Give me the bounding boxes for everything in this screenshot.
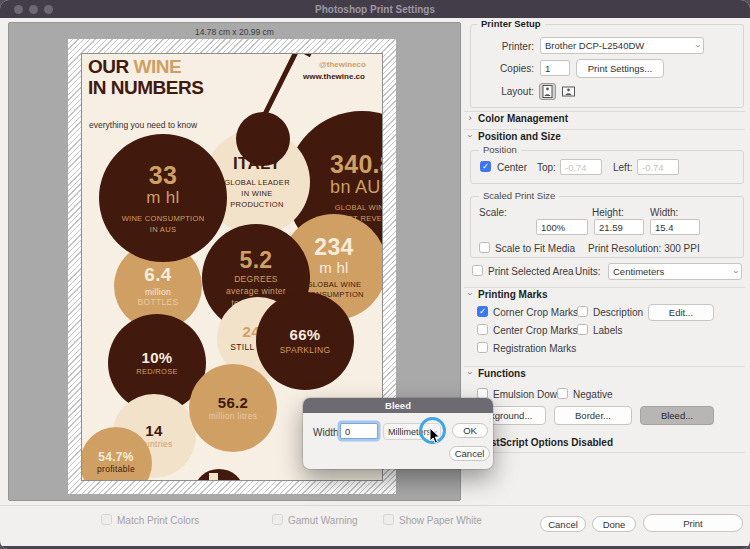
units-select[interactable]: Centimeters› [608, 263, 742, 280]
divider [464, 452, 745, 453]
emulsion-down-label: Emulsion Down [493, 389, 562, 400]
copies-input[interactable] [540, 60, 570, 76]
cancel-button[interactable]: Cancel [540, 516, 586, 532]
chevron-right-icon: › [466, 113, 474, 123]
divider [464, 287, 745, 288]
center-label: Center [497, 162, 527, 173]
left-input [637, 159, 679, 175]
corner-crop-marks-checkbox[interactable]: ✓ [477, 306, 488, 317]
section-color-management[interactable]: Color Management [478, 113, 568, 124]
show-paper-white-label: Show Paper White [399, 515, 482, 526]
section-position-and-size[interactable]: Position and Size [478, 131, 561, 142]
infographic-circle-consumption-aus: 33m hlWINE CONSUMPTIONIN AUS [99, 134, 227, 262]
gamut-warning-checkbox[interactable] [272, 514, 283, 525]
mouse-cursor-icon [429, 428, 441, 444]
bleed-dialog-title: Bleed [385, 400, 411, 411]
scaled-print-size-label: Scaled Print Size [479, 190, 559, 201]
portrait-page-icon [542, 85, 553, 98]
registration-marks-label: Registration Marks [493, 343, 576, 354]
position-group-label: Position [479, 144, 521, 155]
scale-to-fit-media-checkbox[interactable] [479, 242, 490, 253]
minimize-window-icon[interactable] [29, 5, 38, 14]
bleed-width-input[interactable] [340, 423, 378, 439]
chevron-down-icon: › [465, 132, 475, 140]
zoom-window-icon[interactable] [44, 5, 53, 14]
layout-landscape-button[interactable] [560, 83, 577, 100]
poster-social-handle: @thewineco [319, 60, 366, 69]
print-resolution-label: Print Resolution: 300 PPI [588, 243, 700, 254]
section-printing-marks[interactable]: Printing Marks [478, 289, 547, 300]
layout-portrait-button[interactable] [539, 83, 556, 100]
scale-label: Scale: [479, 207, 507, 218]
height-input[interactable] [594, 219, 644, 235]
labels-checkbox[interactable] [577, 324, 588, 335]
description-label: Description [593, 307, 643, 318]
postscript-options-label: PostScript Options Disabled [478, 437, 613, 448]
gamut-warning-label: Gamut Warning [288, 515, 358, 526]
bleed-button[interactable]: Bleed... [640, 406, 714, 425]
printer-setup-title: Printer Setup [477, 18, 545, 29]
edit-button[interactable]: Edit... [648, 304, 714, 321]
top-input [560, 159, 602, 175]
chevron-down-icon: › [731, 270, 741, 273]
landscape-page-icon [562, 86, 575, 97]
window-title: Photoshop Print Settings [0, 4, 750, 15]
print-selected-area-checkbox[interactable] [472, 265, 483, 276]
registration-marks-checkbox[interactable] [477, 342, 488, 353]
infographic-circle-million-litres: 56.2million litres [189, 364, 277, 452]
chevron-down-icon: › [465, 369, 475, 377]
footer-divider [0, 505, 750, 506]
infographic-circle-sparkling: 66%SPARKLING [256, 292, 354, 390]
print-selected-area-label: Print Selected Area [488, 266, 574, 277]
paper-size-label: 14.78 cm x 20.99 cm [9, 27, 460, 37]
printer-select[interactable]: Brother DCP-L2540DW› [540, 37, 704, 54]
show-paper-white-checkbox[interactable] [383, 514, 394, 525]
bleed-dialog-titlebar: Bleed [303, 398, 493, 413]
scale-input[interactable] [536, 219, 588, 235]
top-label: Top: [537, 162, 556, 173]
height-label: Height: [592, 207, 624, 218]
close-window-icon[interactable] [14, 5, 23, 14]
left-label: Left: [613, 162, 632, 173]
width-label: Width: [650, 207, 678, 218]
section-functions[interactable]: Functions [478, 368, 526, 379]
labels-label: Labels [593, 325, 622, 336]
divider [464, 129, 745, 130]
center-checkbox[interactable]: ✓ [480, 161, 491, 172]
center-crop-marks-label: Center Crop Marks [493, 325, 577, 336]
print-settings-button[interactable]: Print Settings... [576, 59, 664, 78]
bleed-dialog: Bleed Width: Millimeters› OK Cancel [303, 398, 493, 469]
divider [464, 366, 745, 367]
photoshop-print-settings-window: Photoshop Print Settings 14.78 cm x 20.9… [0, 0, 750, 549]
border-button[interactable]: Border... [554, 406, 632, 425]
corner-crop-marks-label: Corner Crop Marks [493, 307, 578, 318]
chevron-down-icon: › [693, 44, 703, 47]
chevron-down-icon: › [465, 290, 475, 298]
poster-title: OUR WINE IN NUMBERS [88, 56, 203, 98]
printer-label: Printer: [476, 41, 534, 52]
print-button[interactable]: Print [643, 514, 743, 532]
bleed-cancel-button[interactable]: Cancel [449, 446, 490, 461]
bleed-ok-button[interactable]: OK [452, 423, 488, 438]
center-crop-marks-checkbox[interactable] [477, 324, 488, 335]
poster-website: www.thewine.co [303, 72, 365, 81]
negative-label: Negative [573, 389, 612, 400]
copies-label: Copies: [476, 63, 534, 74]
units-label: Units: [575, 266, 601, 277]
layout-label: Layout: [476, 86, 534, 97]
description-checkbox[interactable] [577, 306, 588, 317]
scale-to-fit-media-label: Scale to Fit Media [495, 243, 575, 254]
done-button[interactable]: Done [592, 516, 636, 532]
match-print-colors-checkbox[interactable] [101, 514, 112, 525]
divider [464, 111, 745, 112]
negative-checkbox[interactable] [557, 388, 568, 399]
window-titlebar: Photoshop Print Settings [0, 0, 750, 18]
bleed-width-label: Width: [313, 427, 341, 438]
poster-tagline: everything you need to know [89, 120, 197, 130]
width-input[interactable] [650, 219, 700, 235]
match-print-colors-label: Match Print Colors [117, 515, 199, 526]
